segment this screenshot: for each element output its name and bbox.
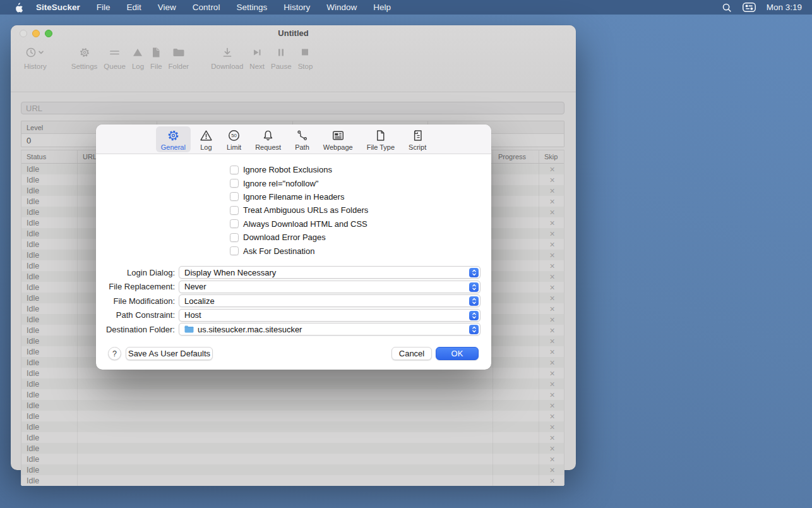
row-skip-button[interactable]: × — [539, 185, 565, 196]
checkbox-box[interactable] — [230, 246, 239, 255]
table-row: Idle× — [21, 464, 564, 475]
script-scroll-icon — [411, 128, 424, 143]
tab-file-type[interactable]: File Type — [362, 126, 400, 152]
file-replacement-select[interactable]: Never — [179, 281, 481, 293]
toolbar-pause-button[interactable]: Pause — [268, 45, 295, 70]
column-header-skip[interactable]: Skip — [539, 150, 565, 163]
row-skip-button[interactable]: × — [539, 357, 565, 368]
menu-sitesucker[interactable]: SiteSucker — [36, 3, 80, 12]
toolbar-next-button[interactable]: Next — [246, 45, 268, 70]
row-skip-button[interactable]: × — [539, 250, 565, 260]
general-gear-icon — [167, 128, 180, 143]
menu-file[interactable]: File — [97, 3, 110, 12]
checkbox-box[interactable] — [230, 179, 239, 188]
menu-view[interactable]: View — [158, 3, 176, 12]
checkbox-box[interactable] — [230, 206, 239, 215]
menu-bar-clock[interactable]: Mon 3:19 — [767, 3, 802, 12]
ok-button[interactable]: OK — [436, 347, 479, 360]
url-input[interactable] — [21, 102, 564, 114]
tab-path[interactable]: Path — [290, 126, 314, 152]
toolbar-file-button[interactable]: File — [147, 45, 165, 70]
row-skip-button[interactable]: × — [539, 454, 565, 464]
tab-path-label: Path — [295, 143, 309, 151]
checkbox-box[interactable] — [230, 219, 239, 228]
checkbox-ignore-robot-exclusions[interactable]: Ignore Robot Exclusions — [230, 163, 368, 176]
checkbox-box[interactable] — [230, 192, 239, 201]
destination-folder-select[interactable]: us.sitesucker.mac.sitesucker — [179, 323, 481, 336]
row-skip-button[interactable]: × — [539, 400, 565, 411]
toolbar-download-button[interactable]: Download — [208, 45, 246, 70]
tab-general[interactable]: General — [156, 126, 191, 152]
row-skip-button[interactable]: × — [539, 303, 565, 314]
checkbox-download-error-pages[interactable]: Download Error Pages — [230, 231, 368, 244]
column-header-status[interactable]: Status — [21, 150, 78, 163]
row-skip-button[interactable]: × — [539, 217, 565, 228]
tab-script-label: Script — [409, 143, 426, 151]
menu-control[interactable]: Control — [193, 3, 220, 12]
checkbox-ignore-filename-in-headers[interactable]: Ignore Filename in Headers — [230, 190, 368, 203]
toolbar-queue-button[interactable]: Queue — [100, 45, 129, 70]
checkbox-box[interactable] — [230, 166, 239, 174]
menu-settings[interactable]: Settings — [236, 3, 267, 12]
tab-script[interactable]: Script — [403, 126, 431, 152]
control-center-icon[interactable] — [743, 3, 756, 12]
row-skip-button[interactable]: × — [539, 282, 565, 293]
tab-log[interactable]: Log — [194, 126, 218, 152]
tab-request[interactable]: Request — [250, 126, 286, 152]
row-skip-button[interactable]: × — [539, 325, 565, 336]
cancel-button[interactable]: Cancel — [391, 347, 432, 360]
checkbox-ask-for-destination[interactable]: Ask For Destination — [230, 244, 368, 257]
toolbar-history-button[interactable]: History — [21, 45, 50, 70]
checkbox-box[interactable] — [230, 233, 239, 242]
search-icon[interactable] — [722, 3, 732, 13]
path-constraint-select[interactable]: Host — [179, 309, 481, 322]
row-skip-button[interactable]: × — [539, 314, 565, 325]
row-skip-button[interactable]: × — [539, 411, 565, 421]
row-skip-button[interactable]: × — [539, 164, 565, 174]
row-progress — [493, 389, 539, 400]
help-button[interactable]: ? — [108, 347, 121, 360]
login-dialog-select[interactable]: Display When Necessary — [179, 266, 481, 279]
row-skip-button[interactable]: × — [539, 443, 565, 454]
checkbox-ignore-rel-nofollow[interactable]: Ignore rel="nofollow" — [230, 176, 368, 190]
row-skip-button[interactable]: × — [539, 196, 565, 207]
apple-menu[interactable] — [14, 2, 23, 13]
menu-edit[interactable]: Edit — [127, 3, 141, 12]
row-skip-button[interactable]: × — [539, 464, 565, 475]
column-header-progress[interactable]: Progress — [493, 150, 539, 163]
row-skip-button[interactable]: × — [539, 260, 565, 271]
tab-limit[interactable]: 50 Limit — [222, 126, 246, 152]
toolbar-stop-button[interactable]: Stop — [295, 45, 316, 70]
row-skip-button[interactable]: × — [539, 207, 565, 217]
toolbar-settings-button[interactable]: Settings — [68, 45, 101, 70]
row-skip-button[interactable]: × — [539, 378, 565, 389]
file-modification-select[interactable]: Localize — [179, 294, 481, 307]
row-skip-button[interactable]: × — [539, 174, 565, 185]
row-skip-button[interactable]: × — [539, 368, 565, 378]
settings-tab-bar: General Log 50 Limit — [96, 124, 491, 154]
menu-bar: SiteSuckerFileEditViewControlSettingsHis… — [0, 0, 812, 15]
row-progress — [493, 217, 539, 228]
checkbox-treat-ambiguous-urls[interactable]: Treat Ambiguous URLs as Folders — [230, 203, 368, 217]
checkbox-always-download-html-css[interactable]: Always Download HTML and CSS — [230, 217, 368, 231]
row-skip-button[interactable]: × — [539, 432, 565, 443]
tab-webpage[interactable]: Webpage — [318, 126, 358, 152]
row-skip-button[interactable]: × — [539, 239, 565, 250]
title-bar[interactable]: Untitled History — [11, 25, 576, 92]
menu-help[interactable]: Help — [373, 3, 391, 12]
menu-history[interactable]: History — [284, 3, 310, 12]
row-skip-button[interactable]: × — [539, 421, 565, 432]
save-as-user-defaults-button[interactable]: Save As User Defaults — [126, 347, 213, 360]
row-skip-button[interactable]: × — [539, 389, 565, 400]
row-skip-button[interactable]: × — [539, 475, 565, 486]
row-skip-button[interactable]: × — [539, 293, 565, 303]
row-skip-button[interactable]: × — [539, 346, 565, 357]
toolbar-folder-button[interactable]: Folder — [165, 45, 193, 70]
row-progress — [493, 325, 539, 336]
toolbar-log-button[interactable]: Log — [129, 45, 147, 70]
row-skip-button[interactable]: × — [539, 228, 565, 239]
menu-window[interactable]: Window — [326, 3, 357, 12]
row-skip-button[interactable]: × — [539, 336, 565, 346]
row-skip-button[interactable]: × — [539, 271, 565, 282]
row-progress — [493, 196, 539, 207]
